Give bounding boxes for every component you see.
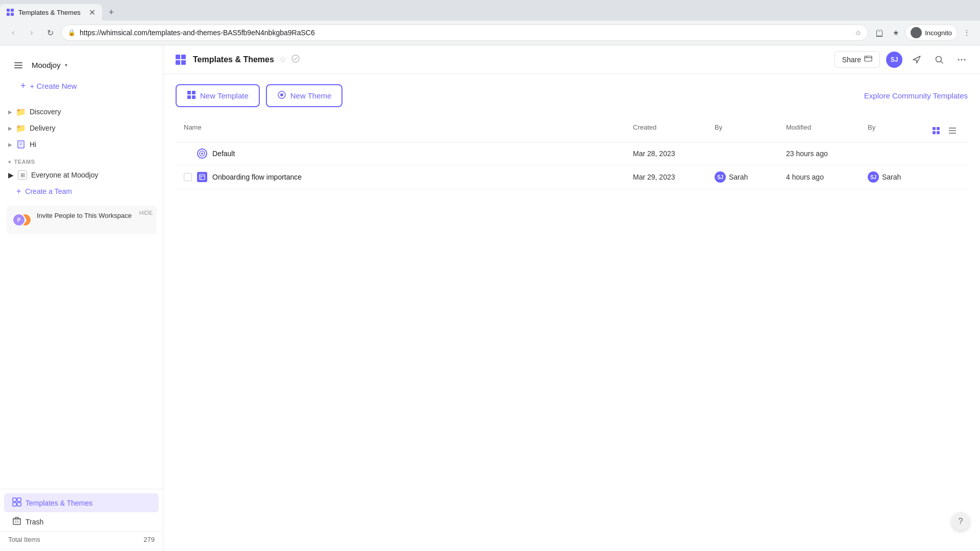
created-by-avatar: SJ [715,171,726,183]
explore-label: Explore Community Templates [864,91,968,100]
new-theme-label: New Theme [290,91,332,100]
favorite-icon[interactable]: ☆ [279,55,286,64]
tab-close-button[interactable]: ✕ [88,8,96,16]
svg-rect-32 [187,95,191,99]
new-template-label: New Template [200,91,249,100]
tab-bar: Templates & Themes ✕ + [0,0,980,20]
sidebar-item-everyone[interactable]: ▶ ⊞ Everyone at Moodjoy [0,167,163,183]
row-created-date: Mar 28, 2023 [633,149,715,158]
total-items-count: 279 [143,536,155,543]
total-items-row: Total Items 279 [0,531,163,547]
svg-rect-45 [200,174,205,180]
table-row[interactable]: Default Mar 28, 2023 23 hours ago [176,142,968,165]
doc-icon [16,140,26,149]
share-button[interactable]: Share [835,51,880,68]
address-bar[interactable]: 🔒 https://whimsical.com/templates-and-th… [61,24,868,41]
app-header: Templates & Themes ☆ Share SJ [163,45,980,74]
hamburger-menu-button[interactable] [12,60,24,70]
reload-button[interactable]: ↻ [43,26,57,40]
url-text: https://whimsical.com/templates-and-them… [80,29,851,37]
toolbar-actions: ★ Incognito ⋮ [872,24,974,41]
total-items-label: Total Items [8,536,40,543]
active-tab[interactable]: Templates & Themes ✕ [0,4,102,20]
header-actions: Share SJ [835,51,970,68]
svg-rect-8 [13,498,16,502]
sidebar-item-templates-themes[interactable]: Templates & Themes [4,493,159,512]
more-options-button[interactable] [953,52,970,68]
workspace-selector[interactable]: Moodjoy ▾ [28,58,71,72]
svg-point-27 [958,59,960,60]
search-button[interactable] [931,52,947,68]
col-created: Created [633,123,715,138]
svg-rect-19 [176,60,180,65]
svg-rect-10 [13,503,16,506]
table-row[interactable]: Onboarding flow importance Mar 29, 2023 … [176,165,968,189]
sidebar-item-trash[interactable]: Trash [4,512,159,531]
bookmark-icon[interactable]: ☆ [855,29,862,37]
row-modified-date: 4 hours ago [786,173,868,181]
collapse-arrow-icon: ▶ [8,126,12,131]
svg-rect-33 [192,95,195,99]
forward-button[interactable]: › [24,26,39,40]
profile-button[interactable]: Incognito [905,24,958,41]
svg-rect-12 [13,519,20,524]
bottom-nav-label: Templates & Themes [26,499,92,507]
col-by2: By [868,123,929,138]
hide-banner-button[interactable]: HIDE [139,210,153,216]
svg-line-26 [941,61,943,63]
svg-point-35 [280,93,283,96]
invite-banner-content: P A Invite People to This Workspace [12,212,151,228]
lock-icon: 🔒 [68,29,76,36]
explore-community-link[interactable]: Explore Community Templates [864,91,968,100]
create-team-button[interactable]: + Create a Team [0,183,163,199]
row-checkbox[interactable] [184,173,192,181]
svg-rect-39 [937,131,940,134]
collapse-arrow-icon: ▶ [8,109,12,115]
view-toggle [929,123,960,138]
svg-rect-22 [865,56,872,61]
help-button[interactable]: ? [951,512,970,531]
extensions-button[interactable] [872,26,887,40]
grid-view-button[interactable] [929,123,943,138]
row-item-name: Onboarding flow importance [212,173,302,181]
new-theme-button[interactable]: New Theme [266,84,343,107]
sidebar-item-hi[interactable]: ▶ Hi [0,136,163,153]
verified-icon [291,55,300,65]
row-created-by: SJ Sarah [715,171,786,183]
svg-rect-9 [17,498,21,502]
back-button[interactable]: ‹ [6,26,20,40]
invite-banner: HIDE P A Invite People to This Workspace [6,206,157,234]
browser-toolbar: ‹ › ↻ 🔒 https://whimsical.com/templates-… [0,20,980,45]
template-item-icon [197,172,207,182]
user-avatar[interactable]: SJ [886,52,902,68]
new-template-button[interactable]: New Template [176,84,260,107]
browser-chrome: Templates & Themes ✕ + ‹ › ↻ 🔒 https://w… [0,0,980,45]
svg-rect-30 [187,91,191,94]
list-view-button[interactable] [945,123,960,138]
sidebar-item-discovery[interactable]: ▶ 📁 Discovery [0,104,163,120]
create-team-label: Create a Team [25,187,72,195]
bookmark-manager-button[interactable]: ★ [889,26,903,40]
create-new-label: + Create New [30,82,77,90]
row-modified-by: SJ Sarah [868,171,929,183]
teams-collapse-arrow[interactable]: ▾ [8,159,11,165]
header-logo-icon [174,53,188,67]
svg-point-28 [961,59,963,60]
invite-title: Invite People to This Workspace [37,212,132,219]
col-modified: Modified [786,123,868,138]
sidebar-item-delivery[interactable]: ▶ 📁 Delivery [0,120,163,136]
sidebar-nav: ▶ 📁 Discovery ▶ 📁 Delivery ▶ Hi ▾ [0,102,163,489]
team-icon: ⊞ [18,170,27,180]
sidebar: Moodjoy ▾ + + Create New ▶ 📁 Discovery ▶… [0,45,163,551]
col-name: Name [184,123,633,138]
row-created-date: Mar 29, 2023 [633,173,715,181]
send-button[interactable] [909,52,925,68]
row-item-name: Default [212,149,235,158]
create-new-button[interactable]: + + Create New [12,77,151,95]
svg-rect-1 [11,9,14,12]
new-tab-button[interactable]: + [104,5,118,19]
svg-rect-18 [181,55,186,59]
files-table: Name Created By Modified By [176,119,968,189]
action-buttons: New Template New Theme [176,84,342,107]
more-tools-button[interactable]: ⋮ [960,26,974,40]
